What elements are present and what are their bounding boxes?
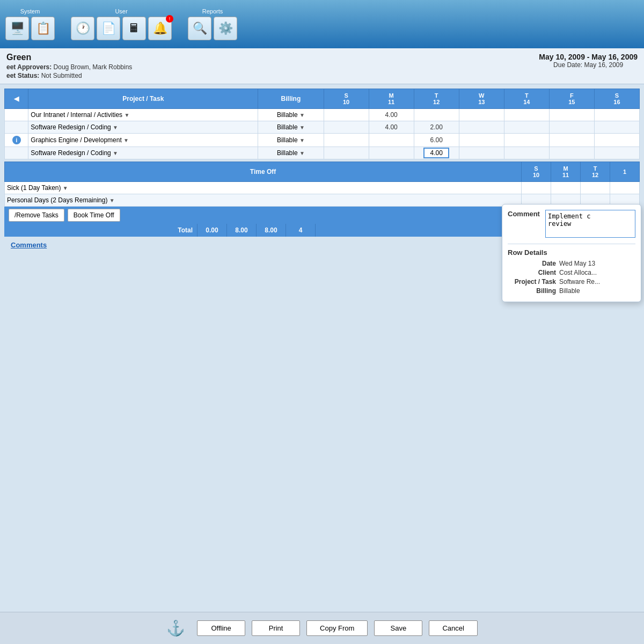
- row2-task: Software Redesign / Coding ▼: [28, 121, 258, 134]
- system-icon-2[interactable]: 📋: [31, 17, 55, 40]
- row3-s10[interactable]: [324, 134, 369, 147]
- sick-dropdown-arrow[interactable]: ▼: [63, 185, 68, 191]
- row2-billing-arrow[interactable]: ▼: [299, 125, 305, 130]
- row2-f15[interactable]: [549, 121, 594, 134]
- user-icon-calc[interactable]: 🖩: [122, 17, 146, 40]
- row2-t14[interactable]: [504, 121, 549, 134]
- row1-billing-arrow[interactable]: ▼: [299, 112, 305, 118]
- row2-s16[interactable]: [594, 121, 639, 134]
- row2-dropdown-arrow[interactable]: ▼: [113, 125, 118, 130]
- row1-dropdown-arrow[interactable]: ▼: [124, 112, 129, 118]
- row1-t12[interactable]: [414, 109, 459, 121]
- row3-s16[interactable]: [594, 134, 639, 147]
- copy-from-button[interactable]: Copy From: [306, 620, 368, 636]
- timeoff-sick-1[interactable]: [610, 182, 640, 194]
- timeoff-col-s10: S10: [522, 162, 551, 182]
- info-icon[interactable]: i: [12, 136, 21, 144]
- timeoff-sick-m11[interactable]: [551, 182, 581, 194]
- col-header-s10: S10: [324, 89, 369, 109]
- reports-icon-search[interactable]: 🔍: [188, 17, 211, 40]
- row2-t12[interactable]: 2.00: [414, 121, 459, 134]
- row1-s10[interactable]: [324, 109, 369, 121]
- date-range: May 10, 2009 - May 16, 2009: [539, 53, 638, 61]
- cancel-button[interactable]: Cancel: [429, 620, 477, 636]
- popup-detail-date: Date Wed May 13: [508, 260, 635, 267]
- row1-w13[interactable]: [459, 109, 504, 121]
- popup-comment-label: Comment: [508, 210, 540, 218]
- timeoff-row-sick: Sick (1 Day Taken) ▼: [5, 182, 640, 194]
- total-partial: 4: [286, 224, 316, 237]
- row3-t12[interactable]: 6.00: [414, 134, 459, 147]
- col-header-billing: Billing: [258, 89, 324, 109]
- comment-popup: Comment Implement c review Row Details D…: [502, 204, 641, 302]
- popup-label-project: Project / Task: [508, 278, 556, 286]
- row4-w13[interactable]: [459, 147, 504, 159]
- timeoff-col-1: 1: [610, 162, 640, 182]
- row2-w13[interactable]: [459, 121, 504, 134]
- personal-dropdown-arrow[interactable]: ▼: [109, 197, 115, 203]
- task-row-1: Our Intranet / Internal / Activities ▼ B…: [5, 109, 640, 121]
- system-icon-1[interactable]: 🖥️: [5, 17, 29, 40]
- row2-m11[interactable]: 4.00: [369, 121, 414, 134]
- row3-icon-cell: i: [5, 134, 28, 147]
- row3-billing-arrow[interactable]: ▼: [299, 137, 305, 143]
- row4-m11[interactable]: [369, 147, 414, 159]
- row4-s16[interactable]: [594, 147, 639, 159]
- row4-f15[interactable]: [549, 147, 594, 159]
- popup-detail-project: Project / Task Software Re...: [508, 278, 635, 286]
- bottom-logo: ⚓: [166, 619, 185, 637]
- row1-f15[interactable]: [549, 109, 594, 121]
- timeoff-sick-s10[interactable]: [522, 182, 551, 194]
- status-value: Not Submitted: [41, 72, 82, 79]
- print-button[interactable]: Print: [252, 620, 300, 636]
- row4-s10[interactable]: [324, 147, 369, 159]
- col-header-task: Project / Task: [28, 89, 258, 109]
- add-remove-tasks-button[interactable]: /Remove Tasks: [9, 209, 64, 222]
- header-left: Green eet Approvers: Doug Brown, Mark Ro…: [6, 53, 132, 79]
- user-icon-alert[interactable]: 🔔 !: [148, 17, 172, 40]
- total-t12: 8.00: [257, 224, 286, 237]
- row3-dropdown-arrow[interactable]: ▼: [123, 137, 129, 143]
- row4-task: Software Redesign / Coding ▼: [28, 147, 258, 159]
- popup-comment-input[interactable]: Implement c review: [545, 210, 635, 238]
- row4-t14[interactable]: [504, 147, 549, 159]
- user-icon-clock[interactable]: 🕐: [71, 17, 94, 40]
- row1-t14[interactable]: [504, 109, 549, 121]
- row4-t12-input[interactable]: [423, 148, 449, 158]
- timeoff-sick-t12[interactable]: [581, 182, 610, 194]
- header-right: May 10, 2009 - May 16, 2009 Due Date: Ma…: [539, 53, 638, 69]
- row3-m11[interactable]: [369, 134, 414, 147]
- row3-t14[interactable]: [504, 134, 549, 147]
- popup-inner: Comment Implement c review: [508, 210, 635, 239]
- row4-dropdown-arrow[interactable]: ▼: [113, 150, 118, 156]
- row3-billing: Billable ▼: [258, 134, 324, 147]
- book-time-off-button[interactable]: Book Time Off: [68, 209, 120, 222]
- timeoff-label: Time Off: [250, 168, 276, 175]
- user-icon-doc[interactable]: 📄: [97, 17, 120, 40]
- total-s10: 0.00: [197, 224, 227, 237]
- row3-task: Graphics Engine / Development ▼: [28, 134, 258, 147]
- timeoff-personal-label: Personal Days (2 Days Remaining) ▼: [5, 194, 522, 207]
- row2-s10[interactable]: [324, 121, 369, 134]
- col-header-m11: M11: [369, 89, 414, 109]
- row3-f15[interactable]: [549, 134, 594, 147]
- col-header-t14: T14: [504, 89, 549, 109]
- comments-link[interactable]: Comments: [11, 241, 47, 249]
- row4-icon-cell: [5, 147, 28, 159]
- row3-w13[interactable]: [459, 134, 504, 147]
- row1-s16[interactable]: [594, 109, 639, 121]
- user-name: Green: [6, 53, 132, 62]
- toolbar-reports-label: Reports: [202, 8, 223, 14]
- offline-button[interactable]: Offline: [197, 620, 245, 636]
- row1-task: Our Intranet / Internal / Activities ▼: [28, 109, 258, 121]
- timeoff-section-header: Time Off: [5, 162, 522, 182]
- row1-m11[interactable]: 4.00: [369, 109, 414, 121]
- reports-icon-settings[interactable]: ⚙️: [214, 17, 237, 40]
- save-button[interactable]: Save: [374, 620, 422, 636]
- popup-label-billing: Billing: [508, 287, 556, 295]
- row4-billing-arrow[interactable]: ▼: [299, 150, 305, 156]
- timeoff-col-m11: M11: [551, 162, 581, 182]
- row1-billing: Billable ▼: [258, 109, 324, 121]
- prev-icon[interactable]: ◀: [11, 93, 22, 104]
- row4-t12-active[interactable]: [414, 147, 459, 159]
